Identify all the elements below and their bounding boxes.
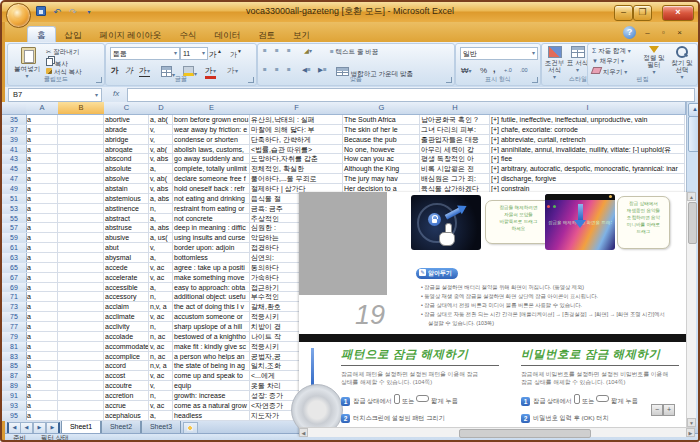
format-as-table-button[interactable]: 표 서식▾ [566, 46, 589, 74]
cell-C71[interactable]: accessory [104, 292, 149, 302]
cell-C59[interactable]: abusive [104, 233, 149, 243]
cell-E53[interactable]: restraint from eating or [173, 204, 250, 214]
cell-C47[interactable]: absolve [104, 174, 149, 184]
cell-I45[interactable]: [+] arbitrary, autocratic, despotic, mon… [490, 164, 685, 174]
cell-D45[interactable]: a, [149, 164, 173, 174]
column-header-C[interactable]: C [104, 102, 150, 115]
cell-D95[interactable]: a, [149, 411, 173, 421]
cell-A81[interactable]: a [26, 342, 58, 352]
cell-B73[interactable] [58, 302, 104, 312]
cell-A93[interactable]: a [26, 401, 58, 411]
cell-B93[interactable] [58, 401, 104, 411]
cell-A71[interactable]: a [26, 292, 58, 302]
workbook-restore-button[interactable]: ▫ [657, 28, 670, 39]
cell-A75[interactable]: a [26, 312, 58, 322]
cell-G35[interactable]: The South Africa [343, 115, 420, 125]
cell-E71[interactable]: additional object: usefu [173, 292, 250, 302]
ribbon-tab-6[interactable]: 보기 [284, 27, 319, 43]
cell-E55[interactable]: not concrete [173, 214, 250, 224]
viewer-scroll-right[interactable]: ▶ [686, 428, 695, 437]
cell-E91[interactable]: growth: increase [173, 391, 250, 401]
cell-F45[interactable]: 전체적인, 확실한 [250, 164, 343, 174]
cut-button[interactable]: ✂ 잘라내기 [46, 48, 79, 57]
middle-align-button[interactable]: ≡ [275, 47, 279, 54]
cell-B55[interactable] [58, 214, 104, 224]
cell-B47[interactable] [58, 174, 104, 184]
cell-E95[interactable]: headless [173, 411, 250, 421]
autosum-button[interactable]: Σ 자동 합계 ▾ [592, 47, 631, 56]
restore-button[interactable]: ❐ [633, 5, 652, 21]
cell-D67[interactable]: v, ac [149, 273, 173, 283]
cell-A35[interactable]: a [26, 115, 58, 125]
cell-A61[interactable]: a [26, 243, 58, 253]
ribbon-tab-4[interactable]: 데이터 [205, 27, 249, 43]
cell-D49[interactable]: v, abs [149, 184, 173, 194]
cell-A53[interactable]: a [26, 204, 58, 214]
cell-B85[interactable] [58, 361, 104, 371]
select-all-corner[interactable] [2, 102, 27, 115]
cell-D83[interactable]: n, ac [149, 352, 173, 362]
cell-E83[interactable]: a person who helps an [173, 352, 250, 362]
cell-A43[interactable]: a [26, 154, 58, 164]
cell-D59[interactable]: a, us( [149, 233, 173, 243]
cell-D47[interactable]: v, ab( [149, 174, 173, 184]
viewer-horizontal-scrollbar[interactable]: ◀ ▶ [299, 427, 695, 437]
font-size-select[interactable]: 11▾ [180, 47, 208, 60]
cell-C39[interactable]: abridge [104, 135, 149, 145]
cell-C91[interactable]: accretion [104, 391, 149, 401]
cell-D61[interactable]: v, [149, 243, 173, 253]
cell-D57[interactable]: a, abs [149, 223, 173, 233]
cell-E57[interactable]: deep in meaning : diffic [173, 223, 250, 233]
cell-D55[interactable]: a, [149, 214, 173, 224]
cell-G45[interactable]: Although the King [343, 164, 420, 174]
cell-A77[interactable]: a [26, 322, 58, 332]
cell-A59[interactable]: a [26, 233, 58, 243]
top-align-button[interactable]: ≡ [263, 47, 267, 54]
formula-input[interactable] [127, 88, 695, 102]
cell-A85[interactable]: a [26, 361, 58, 371]
cell-E79[interactable]: bestowed of a knightho [173, 332, 250, 342]
cell-F39[interactable]: 단축하다, 간략하게 [250, 135, 343, 145]
cell-D75[interactable]: v, ac [149, 312, 173, 322]
cell-C95[interactable]: acephalous [104, 411, 149, 421]
cell-E89[interactable]: equip [173, 381, 250, 391]
cell-C43[interactable]: abscond [104, 154, 149, 164]
cell-C73[interactable]: acclaim [104, 302, 149, 312]
viewer-scroll-up[interactable]: ▲ [687, 192, 696, 201]
cell-E73[interactable]: the act of doing this I v [173, 302, 250, 312]
grow-font-button[interactable]: 가▲ [209, 48, 222, 60]
ribbon-tab-0[interactable]: 홈 [27, 26, 56, 43]
cell-E43[interactable]: go away suddenly and [173, 154, 250, 164]
font-name-select[interactable]: 돋움▾ [110, 47, 180, 60]
cell-E35[interactable]: born before grown enou [173, 115, 250, 125]
cell-A67[interactable]: a [26, 273, 58, 283]
cell-B61[interactable] [58, 243, 104, 253]
cell-E67[interactable]: make something move [173, 273, 250, 283]
shrink-font-button[interactable]: 가▼ [230, 48, 242, 60]
cell-C75[interactable]: acclimate [104, 312, 149, 322]
cell-B87[interactable] [58, 371, 104, 381]
cell-B71[interactable] [58, 292, 104, 302]
cell-B57[interactable] [58, 223, 104, 233]
cell-G39[interactable]: Because the pub [343, 135, 420, 145]
decrease-decimal-button[interactable]: .00 [520, 67, 528, 73]
cell-C83[interactable]: accomplice [104, 352, 149, 362]
cell-B35[interactable] [58, 115, 104, 125]
cell-G47[interactable]: The jury may hav [343, 174, 420, 184]
number-format-select[interactable]: 일반▾ [460, 47, 538, 60]
cell-B49[interactable] [58, 184, 104, 194]
cell-C53[interactable]: abstinence [104, 204, 149, 214]
cell-E75[interactable]: accustom someone or [173, 312, 250, 322]
increase-decimal-button[interactable]: +.0 [504, 67, 512, 73]
cell-D41[interactable]: v, ab( [149, 145, 173, 155]
cell-E41[interactable]: abolish laws, customs, [173, 145, 250, 155]
cell-B69[interactable] [58, 283, 104, 293]
cell-I41[interactable]: [+] annihilate, annul, invalidate, nulli… [490, 145, 685, 155]
cell-E81[interactable]: make fit : kindly give sc [173, 342, 250, 352]
cell-C93[interactable]: accrue [104, 401, 149, 411]
cell-G41[interactable]: No one, howeve [343, 145, 420, 155]
cell-A87[interactable]: a [26, 371, 58, 381]
cell-E47[interactable]: declare someone free f [173, 174, 250, 184]
comma-button[interactable]: , [493, 64, 496, 74]
column-header-A[interactable]: A [26, 102, 59, 115]
